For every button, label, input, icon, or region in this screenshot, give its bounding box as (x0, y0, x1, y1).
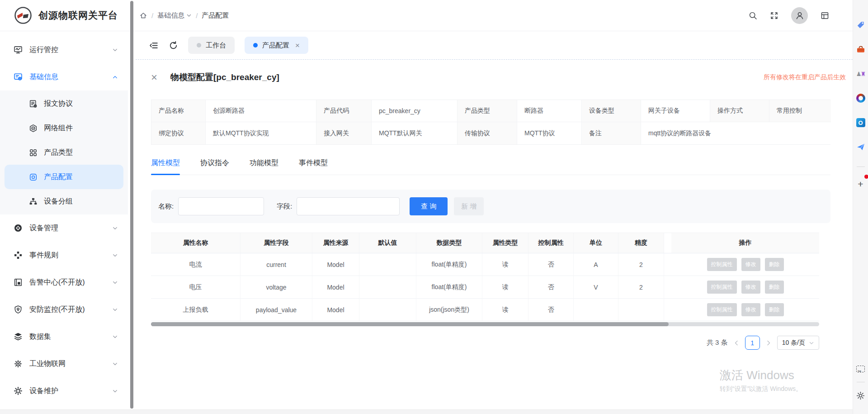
cell-source: Model (312, 276, 359, 299)
delete-button[interactable]: 删除 (765, 303, 784, 316)
control-attr-button[interactable]: 控制属性 (707, 281, 737, 294)
next-page-icon[interactable] (765, 340, 772, 346)
tab-protocol-command[interactable]: 协议指令 (200, 158, 229, 175)
model-tabs: 属性模型 协议指令 功能模型 事件模型 (151, 158, 830, 175)
sidebar-item-device-group[interactable]: 设备分组 (0, 189, 128, 214)
page-horizontal-scrollbar[interactable] (0, 409, 853, 414)
control-attr-button[interactable]: 控制属性 (707, 258, 737, 271)
top-header: 创源物联网关平台 / 基础信息 / 产品配置 (0, 0, 853, 31)
app-logo (14, 6, 33, 25)
field-filter-input[interactable] (297, 197, 400, 215)
chevron-down-icon (112, 334, 118, 340)
info-label: 设备类型 (582, 100, 641, 122)
rail-divider (857, 382, 865, 382)
tab-event-model[interactable]: 事件模型 (299, 158, 328, 175)
sidebar-item-message-protocol[interactable]: 报文协议 (0, 91, 128, 116)
product-config-icon (29, 173, 38, 181)
sidebar-scrollbar[interactable] (130, 1, 133, 409)
sidebar-item-device-manage[interactable]: 设备管理 (0, 214, 128, 242)
info-label: 绑定协议 (151, 122, 206, 144)
home-icon[interactable] (139, 11, 147, 19)
screenshot-icon[interactable]: ✂ (856, 364, 866, 374)
col-header: 属性来源 (312, 233, 359, 253)
name-filter-input[interactable] (178, 197, 264, 215)
chevron-down-icon (112, 225, 118, 231)
info-label: 接入网关 (316, 122, 372, 144)
sidebar-item-security-monitor[interactable]: 安防监控(不开放) (0, 296, 128, 323)
pagination-total: 共 3 条 (707, 338, 728, 347)
cell-name: 电流 (151, 253, 241, 276)
info-label: 操作方式 (710, 100, 769, 122)
outlook-icon[interactable]: O (856, 118, 866, 128)
page-number[interactable]: 1 (745, 336, 760, 350)
cell-control-attr: 否 (528, 276, 574, 299)
edit-button[interactable]: 修改 (741, 258, 760, 271)
avatar[interactable] (791, 7, 808, 24)
sidebar-item-base-info[interactable]: 基础信息 (0, 63, 128, 90)
chevron-down-icon (112, 388, 118, 394)
add-button[interactable]: 新 增 (454, 197, 484, 215)
drop-icon[interactable] (856, 142, 866, 152)
info-label: 产品类型 (458, 100, 517, 122)
prev-page-icon[interactable] (733, 340, 740, 346)
page-size-select[interactable]: 10 条/页 (777, 336, 819, 350)
sidebar-item-event-rule[interactable]: 事件规则 (0, 242, 128, 269)
chevron-down-icon (809, 340, 814, 346)
tools-icon[interactable] (856, 44, 866, 54)
sidebar-item-dataset[interactable]: 数据集 (0, 323, 128, 350)
sidebar-item-alarm-center[interactable]: 告警中心(不开放) (0, 269, 128, 296)
cell-data-type: json(json类型) (416, 299, 482, 321)
scrollbar-thumb[interactable] (151, 322, 669, 326)
cell-attr-type: 读 (482, 253, 528, 276)
settings-icon[interactable] (856, 390, 866, 400)
sidebar-item-network-component[interactable]: 网络组件 (0, 116, 128, 140)
network-component-icon (29, 124, 38, 133)
refresh-icon[interactable] (169, 41, 178, 50)
collapse-sidebar-icon[interactable] (149, 41, 159, 50)
games-icon[interactable]: ♟♜ (856, 69, 866, 79)
chevron-up-icon (112, 74, 118, 80)
table-row: 电流 current Model float(单精度) 读 否 A 2 控制属性… (151, 253, 819, 276)
collections-icon[interactable] (856, 20, 866, 30)
page-close-icon[interactable]: × (151, 72, 157, 83)
col-header: 单位 (574, 233, 618, 253)
edit-button[interactable]: 修改 (741, 281, 760, 294)
message-protocol-icon (29, 100, 38, 108)
fullscreen-icon[interactable] (770, 11, 778, 20)
chevron-down-icon (112, 47, 118, 53)
delete-button[interactable]: 删除 (765, 281, 784, 294)
layout-icon[interactable] (821, 11, 829, 20)
info-label: 产品名称 (151, 100, 206, 122)
new-tab-icon[interactable]: + (856, 179, 866, 189)
breadcrumb-item-base-info[interactable]: 基础信息 (157, 11, 192, 20)
sidebar-item-industrial-iot[interactable]: 工业物联网 (0, 350, 128, 377)
delete-button[interactable]: 删除 (765, 258, 784, 271)
table-horizontal-scrollbar[interactable] (151, 322, 819, 326)
col-header: 属性名称 (151, 233, 241, 253)
sidebar-item-run-control[interactable]: 运行管控 (0, 36, 128, 63)
info-value: MQTT协议 (517, 122, 582, 144)
tab-function-model[interactable]: 功能模型 (250, 158, 278, 175)
col-header: 属性字段 (241, 233, 312, 253)
query-button[interactable]: 查 询 (410, 197, 448, 215)
breadcrumb-item-current[interactable]: 产品配置 (202, 11, 229, 20)
info-value: MQTT默认网关 (372, 122, 458, 144)
edit-button[interactable]: 修改 (741, 303, 760, 316)
tab-close-icon[interactable]: × (295, 42, 300, 49)
info-value: pc_breaker_cy (372, 100, 458, 122)
dataset-icon (14, 332, 23, 341)
cell-control-attr: 否 (528, 299, 574, 321)
microsoft365-icon[interactable] (856, 93, 866, 103)
tab-attribute-model[interactable]: 属性模型 (151, 158, 180, 175)
cell-actions: 控制属性 修改 删除 (671, 276, 819, 299)
chevron-down-icon (186, 13, 192, 18)
tab-chip-workbench[interactable]: 工作台 (188, 37, 235, 54)
sidebar-item-product-type[interactable]: 产品类型 (0, 140, 128, 165)
breadcrumb-separator: / (196, 12, 198, 19)
sidebar-item-device-maintenance[interactable]: 设备维护 (0, 377, 128, 404)
sidebar-submenu-base-info: 报文协议 网络组件 产品类型 产品配置 设备分组 (0, 90, 128, 214)
control-attr-button[interactable]: 控制属性 (707, 303, 737, 316)
search-icon[interactable] (749, 11, 757, 20)
tab-chip-product-config[interactable]: 产品配置 × (245, 37, 308, 54)
sidebar-item-product-config[interactable]: 产品配置 (5, 165, 123, 189)
